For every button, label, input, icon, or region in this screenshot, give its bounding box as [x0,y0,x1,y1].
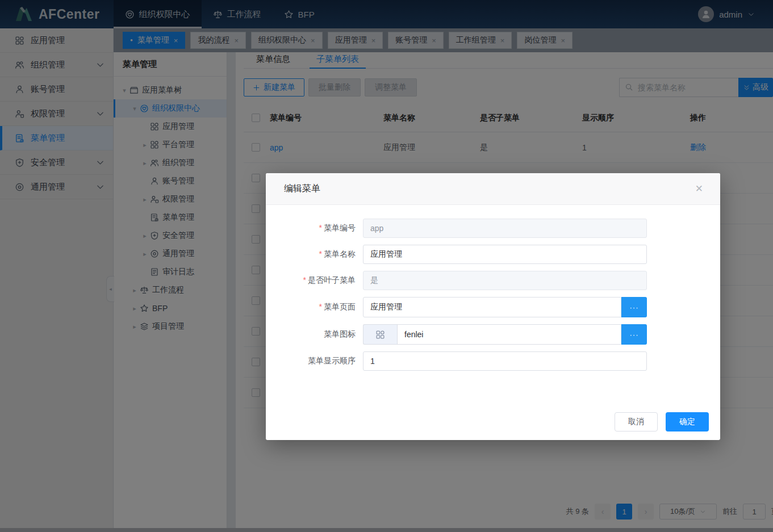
menu-page-picker-button[interactable]: ··· [621,297,647,317]
menu-code-input [363,219,647,238]
field-menu-page: *菜单页面 ··· [266,297,720,317]
field-menu-name: *菜单名称 [266,245,720,264]
dialog-title: 编辑菜单 [284,183,320,195]
display-order-input[interactable] [363,351,647,371]
field-display-order: 菜单显示顺序 [266,351,720,371]
field-menu-code: *菜单编号 [266,219,720,238]
menu-icon-input[interactable] [397,324,621,345]
afcenter-app: AFCenter 组织权限中心 工作流程 BFP admin 应用管 [0,0,773,532]
field-menu-icon: 菜单图标 ··· [266,324,720,345]
field-label: 菜单显示顺序 [273,356,356,366]
menu-name-input[interactable] [363,245,647,264]
field-label: *菜单页面 [273,302,356,312]
field-label: *菜单名称 [273,249,356,259]
menu-icon-picker-button[interactable]: ··· [621,324,647,345]
confirm-button[interactable]: 确定 [666,412,709,432]
field-label: *菜单编号 [273,223,356,233]
dialog-body: *菜单编号 *菜单名称 *是否叶子菜单 *菜单页面 [266,205,720,371]
required-mark: * [319,249,322,258]
close-icon[interactable]: ✕ [695,183,703,195]
required-mark: * [303,275,306,284]
required-mark: * [319,302,322,311]
is-leaf-input [363,271,647,290]
menu-icon-preview [363,324,397,345]
grid-icon [375,330,385,340]
dialog-header: 编辑菜单 ✕ [266,173,720,205]
field-label: *是否叶子菜单 [273,275,356,286]
field-label: 菜单图标 [273,329,356,340]
menu-page-input[interactable] [363,297,621,317]
ellipsis-icon: ··· [630,303,639,312]
edit-menu-dialog: 编辑菜单 ✕ *菜单编号 *菜单名称 *是否叶子菜单 [266,173,720,440]
required-mark: * [319,223,322,232]
cancel-button[interactable]: 取消 [615,412,658,432]
field-is-leaf: *是否叶子菜单 [266,271,720,290]
ellipsis-icon: ··· [630,330,639,339]
dialog-footer: 取消 确定 [266,404,720,440]
